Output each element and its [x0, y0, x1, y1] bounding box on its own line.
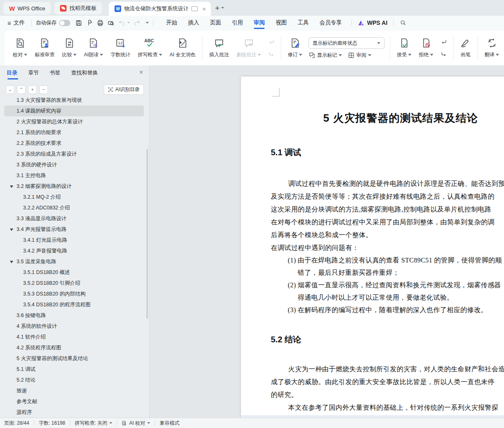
- toc-item[interactable]: 3.5.4 DS18B20 的程序流程图: [4, 299, 144, 310]
- ai-polish-button[interactable]: AI 全文润色: [166, 33, 199, 63]
- toc-item[interactable]: 源程序: [4, 407, 144, 418]
- toc-collapse-caret-icon[interactable]: [10, 261, 13, 263]
- spell-check-button[interactable]: ABC 拼写检查: [134, 33, 166, 63]
- reject-button[interactable]: 拒绝: [415, 33, 437, 63]
- markup-state-dropdown[interactable]: 显示标记的最终状态: [308, 37, 385, 49]
- toolbar-more-chevron-icon[interactable]: [146, 22, 149, 24]
- toc-item[interactable]: 3.4.2 声音报警电路: [4, 245, 144, 256]
- toc-item[interactable]: 3 系统的硬件设计: [4, 159, 144, 170]
- tab-wps-office[interactable]: W WPS Office: [3, 2, 51, 14]
- toc-item[interactable]: 3.5 温度采集电路: [4, 256, 144, 267]
- toc-item[interactable]: 3.2.2 ADC0832 介绍: [4, 202, 144, 213]
- translate-button[interactable]: 文 A 翻译: [481, 33, 503, 63]
- toc-collapse-caret-icon[interactable]: [10, 228, 13, 231]
- toc-item[interactable]: 3.1 主控电路: [4, 170, 144, 181]
- ai-proofread-status[interactable]: AI 校对: [122, 420, 150, 427]
- undo-chevron-icon[interactable]: [127, 22, 130, 24]
- revise-button[interactable]: 修订: [284, 33, 306, 63]
- spell-check-label: 拼写检查: [138, 51, 158, 58]
- toc-scrollbar[interactable]: [146, 149, 148, 319]
- menu-item[interactable]: 会员专享: [314, 16, 347, 30]
- menu-item[interactable]: 工具: [292, 16, 314, 30]
- menu-item[interactable]: 引用: [227, 16, 248, 30]
- sidebar-close-icon[interactable]: ×: [139, 69, 143, 76]
- toc-collapse-up-button[interactable]: ⌃: [17, 85, 26, 94]
- toc-item[interactable]: 5.2 结论: [4, 375, 144, 385]
- toc-item[interactable]: 3.5.1 DS18B20 概述: [4, 267, 144, 278]
- brush-button[interactable]: 画笔: [456, 33, 475, 63]
- save-icon[interactable]: [74, 18, 84, 28]
- toc-item[interactable]: 3.5.2 DS18B20 引脚介绍: [4, 278, 144, 289]
- toc-item[interactable]: 2.1 系统的功能要求: [4, 127, 144, 138]
- toc-item[interactable]: 致谢: [4, 385, 144, 396]
- undo-icon[interactable]: [117, 18, 127, 28]
- menu-item[interactable]: 插入: [183, 16, 205, 30]
- toc-item[interactable]: 4 系统的软件设计: [4, 321, 144, 332]
- menu-item[interactable]: 开始: [161, 16, 183, 30]
- standard-review-button[interactable]: 标准审查: [31, 33, 58, 63]
- show-markup-button[interactable]: 显示标记: [308, 52, 342, 59]
- spellcheck-status[interactable]: 拼写检查: 关闭: [75, 420, 112, 427]
- next-comment-icon[interactable]: [266, 49, 276, 59]
- sidebar-tab-contents[interactable]: 目录: [7, 65, 17, 80]
- sidebar-tab-chapters[interactable]: 章节: [28, 65, 39, 80]
- autosave-toggle[interactable]: [59, 20, 70, 26]
- review-pane-button[interactable]: 审阅: [348, 52, 371, 59]
- toc-item[interactable]: 2.2 系统的技术要求: [4, 138, 144, 149]
- sidebar-tab-bookmarks[interactable]: 书签: [50, 65, 60, 80]
- search-icon[interactable]: [398, 18, 408, 28]
- ai-read-button[interactable]: AI朗读: [80, 33, 107, 63]
- delete-comment-button[interactable]: 删除批注: [233, 33, 265, 63]
- toc-expand-down-button[interactable]: ⌄: [6, 85, 14, 94]
- tab-close-icon[interactable]: ×: [201, 5, 208, 12]
- toc-item[interactable]: 3.2 烟雾探测电路的设计: [4, 181, 144, 192]
- toc-item[interactable]: 3.4.1 灯光提示电路: [4, 235, 144, 245]
- menu-item[interactable]: 页面: [205, 16, 227, 30]
- toc-collapse-caret-icon[interactable]: [10, 185, 13, 188]
- accept-button[interactable]: 接受: [393, 33, 415, 63]
- toc-item[interactable]: 3.2.1 MQ-2 介绍: [4, 192, 144, 202]
- menu-item[interactable]: 视图: [270, 16, 292, 30]
- wps-ai-button[interactable]: WPS AI: [356, 19, 389, 26]
- new-tab-button[interactable]: +: [215, 4, 224, 12]
- toc-zoom-in-button[interactable]: +: [28, 85, 37, 94]
- ai-icon: [108, 87, 113, 92]
- previous-revision-icon[interactable]: [439, 37, 449, 47]
- document-text-line: 在调试过程中遇到的问题有：: [271, 241, 504, 254]
- word-count-button[interactable]: 12 字数统计: [107, 33, 134, 63]
- proofread-button[interactable]: 校对: [9, 33, 31, 63]
- toc-item[interactable]: 3.4 声光报警提示电路: [4, 224, 144, 235]
- sidebar-tab-find-replace[interactable]: 查找和替换: [71, 65, 98, 80]
- toc-item[interactable]: 5 火灾报警器的测试结果及结论: [4, 353, 144, 364]
- toc-item[interactable]: 1.3 火灾报警器的发展与现状: [4, 98, 144, 106]
- print-icon[interactable]: [95, 18, 106, 28]
- toc-item[interactable]: 3.6 按键电路: [4, 310, 144, 321]
- toc-item[interactable]: 参考文献: [4, 396, 144, 407]
- toc-item[interactable]: 4.1 软件介绍: [4, 332, 144, 342]
- previous-comment-icon[interactable]: [266, 37, 276, 47]
- split-window-icon[interactable]: [191, 6, 198, 11]
- ai-proofread-icon: [122, 421, 127, 426]
- toc-item[interactable]: 4.2 系统程序流程图: [4, 342, 144, 353]
- toc-item[interactable]: 3.5.3 DS18B20 的内部结构: [4, 289, 144, 299]
- toc-item[interactable]: 5.1 调试: [4, 364, 144, 375]
- toc-item[interactable]: 1.4 课题的研究内容: [4, 106, 144, 116]
- next-revision-icon[interactable]: [439, 49, 449, 59]
- export-pdf-icon[interactable]: [84, 18, 95, 28]
- tab-document[interactable]: W 物流仓储防火预警系统设计 ×: [109, 2, 211, 16]
- toc-item[interactable]: 2.3 系统的组成及方案设计: [4, 149, 144, 159]
- tab-template-store[interactable]: 找稻壳模板: [54, 2, 102, 14]
- ai-recognize-toc-button[interactable]: AI识别目录: [104, 84, 144, 95]
- menu-item[interactable]: 审阅: [248, 16, 270, 30]
- translate-label: 翻译: [485, 51, 494, 58]
- toc-item[interactable]: 2 火灾报警器的总体方案设计: [4, 116, 144, 127]
- toc-item[interactable]: 3.3 液晶显示电路设计: [4, 213, 144, 224]
- print-preview-icon[interactable]: [106, 18, 117, 28]
- toc-item-label: 5.1 调试: [17, 366, 36, 372]
- toc-zoom-out-button[interactable]: −: [39, 85, 48, 94]
- document-page[interactable]: 5 火灾报警器的测试结果及结论 5.1 调试 调试过程中首先要检测的就是硬件电路…: [241, 77, 504, 418]
- file-menu[interactable]: ≡ 文件: [5, 19, 27, 26]
- insert-comment-button[interactable]: 插入批注: [205, 33, 233, 63]
- compare-button[interactable]: 比较: [58, 33, 80, 63]
- redo-icon[interactable]: [132, 18, 143, 28]
